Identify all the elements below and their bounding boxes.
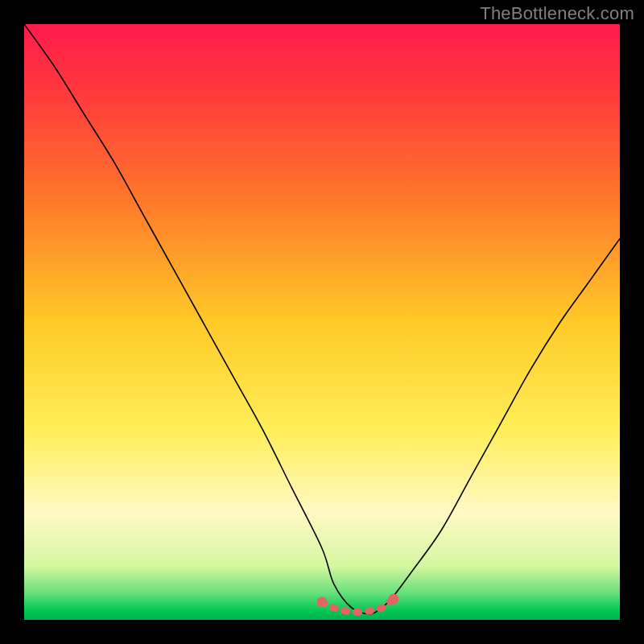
plot-area [24, 24, 620, 620]
chart-svg [24, 24, 620, 620]
bottom-marker-end-dot [388, 594, 398, 605]
watermark-text: TheBottleneck.com [480, 3, 634, 24]
bottom-marker-start-dot [317, 597, 328, 607]
gradient-background [24, 24, 620, 620]
chart-frame: TheBottleneck.com [0, 0, 644, 644]
